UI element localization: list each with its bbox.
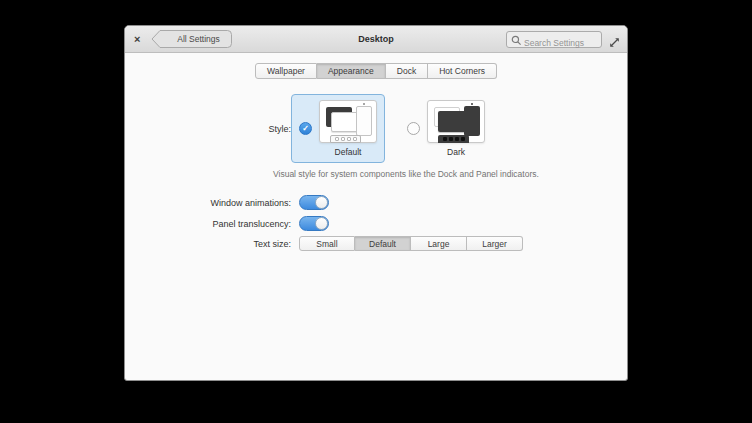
style-label: Style: (125, 124, 291, 134)
search-field[interactable] (506, 31, 602, 48)
text-size-large[interactable]: Large (411, 236, 467, 251)
style-description: Visual style for system components like … (273, 169, 627, 179)
preview-dock (438, 135, 469, 143)
style-option-dark[interactable]: Dark (399, 94, 493, 163)
radio-unchecked-icon[interactable] (407, 122, 420, 135)
panel-translucency-label: Panel translucency: (125, 219, 291, 229)
toggle-knob (315, 196, 328, 209)
text-size-segmented-control: Small Default Large Larger (299, 236, 523, 251)
tab-dock[interactable]: Dock (386, 63, 428, 79)
tab-bar: Wallpaper Appearance Dock Hot Corners (125, 63, 627, 79)
style-option-default[interactable]: ✓ Default (291, 94, 385, 163)
text-size-default[interactable]: Default (355, 236, 411, 251)
style-option-label: Default (335, 147, 362, 157)
style-row: Style: ✓ Default (125, 94, 627, 163)
text-size-row: Text size: Small Default Large Larger (125, 236, 627, 251)
window-animations-row: Window animations: (125, 195, 627, 210)
panel-translucency-toggle[interactable] (299, 216, 329, 231)
preview-indicator-dot (471, 103, 473, 105)
text-size-small[interactable]: Small (299, 236, 355, 251)
desktop-settings-content: Wallpaper Appearance Dock Hot Corners St… (125, 53, 627, 251)
default-style-preview (319, 100, 377, 143)
search-icon (511, 35, 522, 46)
titlebar[interactable]: × All Settings Desktop (125, 26, 627, 53)
settings-window: × All Settings Desktop Wal (124, 25, 628, 381)
window-animations-toggle[interactable] (299, 195, 329, 210)
preview-front-window (331, 112, 359, 132)
tab-appearance[interactable]: Appearance (317, 63, 386, 79)
style-option-label: Dark (447, 147, 465, 157)
tab-hot-corners[interactable]: Hot Corners (428, 63, 497, 79)
style-dark-preview-group: Dark (427, 100, 485, 157)
panel-translucency-row: Panel translucency: (125, 216, 627, 231)
preview-panel (356, 106, 372, 136)
dark-style-preview (427, 100, 485, 143)
preview-indicator-dot (363, 103, 365, 105)
tab-wallpaper[interactable]: Wallpaper (255, 63, 317, 79)
preview-dock (330, 135, 361, 143)
maximize-icon[interactable] (609, 34, 620, 45)
toggle-knob (315, 217, 328, 230)
style-options: ✓ Default (291, 94, 493, 163)
preview-panel (464, 106, 480, 136)
radio-checked-icon[interactable]: ✓ (299, 122, 312, 135)
text-size-label: Text size: (125, 239, 291, 249)
window-animations-label: Window animations: (125, 198, 291, 208)
style-default-preview-group: Default (319, 100, 377, 157)
text-size-larger[interactable]: Larger (467, 236, 523, 251)
